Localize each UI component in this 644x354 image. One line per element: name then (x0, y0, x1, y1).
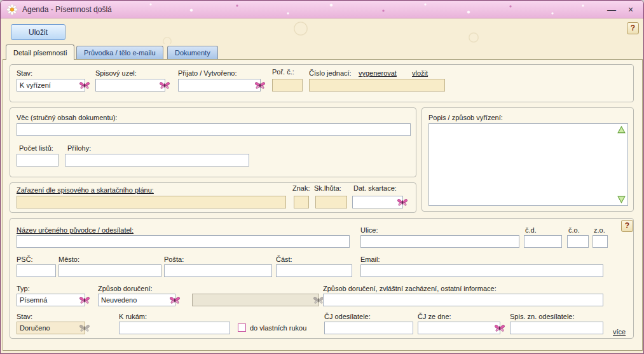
zpusob-doruceni-extra-combobox (192, 294, 319, 306)
por-c-label: Poř. č.: (272, 68, 294, 76)
znak-field (294, 196, 309, 208)
zarazeni-field (17, 196, 286, 208)
fieldset-odesilatel: ? Název určeného původce / odesílatel: U… (10, 218, 634, 339)
psc-input[interactable] (17, 264, 56, 277)
do-vlastnich-rukou-checkbox[interactable] (238, 323, 246, 332)
ulice-input[interactable] (360, 235, 519, 248)
cislo-jednaci-field (309, 79, 445, 92)
znak-label: Znak: (292, 184, 310, 192)
cj-odesilatele-label: ČJ odesílatele: (324, 313, 371, 320)
cj-odesilatele-input[interactable] (324, 322, 413, 334)
scroll-down-icon[interactable] (617, 196, 626, 203)
title-bar: Agenda - Písemnost došlá — × (1, 1, 643, 18)
psc-label: PSČ: (17, 255, 33, 263)
vec-input[interactable] (17, 123, 411, 136)
save-button[interactable]: Uložit (11, 24, 65, 40)
scroll-up-icon[interactable] (617, 126, 626, 133)
email-label: Email: (360, 255, 380, 263)
fieldset-vec: Věc (stručný obsah dokumentu): Počet lis… (10, 107, 416, 177)
butterfly-dropdown-icon[interactable] (169, 296, 181, 305)
cj-ze-dne-label: ČJ ze dne: (418, 313, 451, 320)
k-rukam-input[interactable] (119, 322, 230, 334)
stav-label: Stav: (17, 69, 32, 77)
typ-combobox[interactable]: Písemná (17, 294, 85, 306)
prijato-vytvoreno-datepicker[interactable] (178, 79, 261, 92)
zo-input[interactable] (593, 235, 608, 248)
posta-input[interactable] (164, 264, 272, 277)
sk-lhuta-field (315, 196, 347, 208)
k-rukam-label: K rukám: (119, 313, 147, 320)
cast-label: Část: (276, 255, 292, 263)
zpusob-info-input[interactable] (323, 294, 603, 306)
pocet-listu-label: Počet listů: (19, 144, 53, 152)
mesto-label: Město: (58, 255, 79, 263)
vygenerovat-link[interactable]: vygenerovat (359, 69, 397, 77)
prijato-vytvoreno-label: Přijato / Vytvořeno: (178, 69, 237, 77)
do-vlastnich-rukou-label: do vlastních rukou (250, 324, 306, 332)
prilohy-label: Přílohy: (67, 144, 91, 152)
butterfly-dropdown-icon[interactable] (397, 198, 408, 207)
zpusob-info-label: Způsob doručení, zvláštní zacházení, ost… (323, 285, 497, 292)
prilohy-input[interactable] (65, 154, 249, 167)
stav-doruceno-label: Stav: (17, 313, 32, 320)
cd-label: č.d. (525, 226, 537, 234)
spisovy-uzel-label: Spisový uzel: (95, 69, 137, 77)
mesto-input[interactable] (58, 264, 161, 277)
spis-zn-input[interactable] (510, 322, 603, 334)
fieldset-header: Stav: K vyřízení Spisový uzel: Přijato /… (10, 64, 634, 102)
fieldset-zarazeni: Zařazení dle spisového a skartačního plá… (10, 182, 416, 213)
sk-lhuta-label: Sk.lhůta: (314, 184, 341, 192)
dat-skartace-datepicker[interactable] (352, 196, 403, 208)
vec-label: Věc (stručný obsah dokumentu): (17, 114, 117, 121)
vlozit-link[interactable]: vložit (412, 69, 428, 77)
butterfly-dropdown-icon[interactable] (494, 323, 505, 333)
help-button-odesilatel[interactable]: ? (621, 220, 633, 232)
popis-textarea[interactable] (428, 123, 628, 206)
popis-textarea-wrap (428, 123, 628, 206)
popis-label: Popis / způsob vyřízení: (428, 114, 503, 121)
dat-skartace-label: Dat. skartace: (353, 184, 397, 192)
ulice-label: Ulice: (360, 226, 378, 234)
butterfly-dropdown-icon[interactable] (79, 296, 90, 305)
nazev-odesilatel-link[interactable]: Název určeného původce / odesílatel: (17, 226, 134, 234)
cast-input[interactable] (276, 264, 352, 277)
zpusob-doruceni-combobox[interactable]: Neuvedeno (98, 294, 175, 306)
posta-label: Pošta: (164, 255, 184, 263)
tab-dokumenty[interactable]: Dokumenty (167, 46, 218, 59)
zarazeni-link[interactable]: Zařazení dle spisového a skartačního plá… (17, 186, 154, 194)
tab-pruvodka-telo-emailu[interactable]: Průvodka / tělo e-mailu (76, 46, 163, 59)
spisovy-uzel-combobox[interactable] (95, 79, 165, 92)
tab-detail-pisemnosti[interactable]: Detail písemnosti (6, 44, 74, 60)
pocet-listu-input[interactable] (17, 154, 58, 167)
butterfly-dropdown-icon[interactable] (79, 81, 90, 90)
nazev-odesilatel-input[interactable] (17, 235, 350, 248)
help-button-top[interactable]: ? (627, 22, 639, 34)
cd-input[interactable] (524, 235, 562, 248)
zpusob-doruceni-label: Způsob doručení: (98, 285, 153, 292)
stav-combobox[interactable]: K vyřízení (17, 79, 85, 92)
toolbar: Uložit ? (1, 18, 643, 44)
zo-label: z.o. (594, 226, 605, 234)
flower-app-icon (6, 4, 18, 15)
cj-ze-dne-datepicker[interactable] (418, 322, 500, 334)
close-icon[interactable]: × (624, 4, 638, 15)
stav-doruceno-combobox: Doručeno (17, 322, 85, 334)
por-c-field (272, 79, 303, 92)
butterfly-dropdown-icon[interactable] (254, 81, 266, 90)
app-window: Agenda - Písemnost došlá — × Uložit ? De… (0, 0, 644, 354)
co-input[interactable] (567, 235, 589, 248)
fieldset-popis: Popis / způsob vyřízení: (421, 107, 634, 212)
butterfly-dropdown-icon-disabled (79, 323, 90, 333)
window-controls: — × (599, 4, 638, 15)
vice-link[interactable]: více (613, 328, 626, 336)
cislo-jednaci-label: Číslo jednací: (309, 69, 352, 77)
minimize-icon[interactable]: — (605, 4, 619, 15)
window-title: Agenda - Písemnost došlá (22, 5, 112, 14)
spis-zn-label: Spis. zn. odesílatele: (510, 313, 575, 320)
co-label: č.o. (568, 226, 580, 234)
typ-label: Typ: (17, 285, 30, 292)
email-input[interactable] (360, 264, 603, 277)
butterfly-dropdown-icon[interactable] (159, 81, 170, 90)
